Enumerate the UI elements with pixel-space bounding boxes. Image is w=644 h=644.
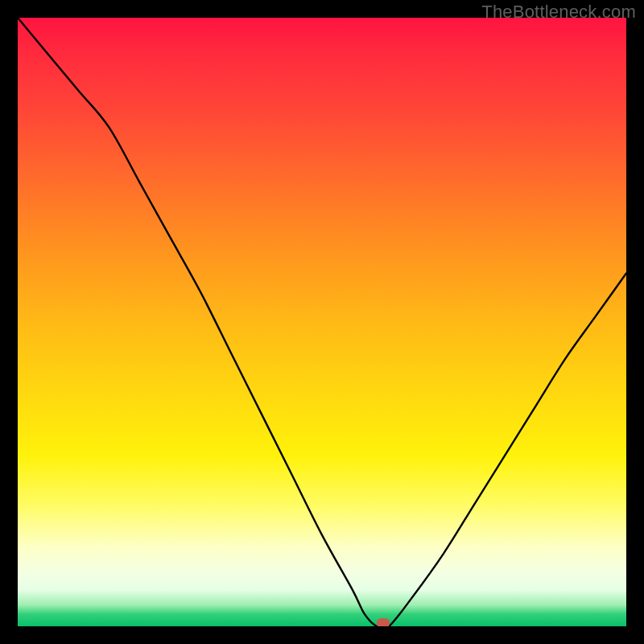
plot-area bbox=[18, 18, 626, 626]
optimal-point-marker bbox=[377, 618, 390, 626]
bottleneck-curve bbox=[18, 18, 626, 626]
curve-layer bbox=[18, 18, 626, 626]
chart-frame: TheBottleneck.com bbox=[0, 0, 644, 644]
watermark-text: TheBottleneck.com bbox=[481, 2, 636, 23]
